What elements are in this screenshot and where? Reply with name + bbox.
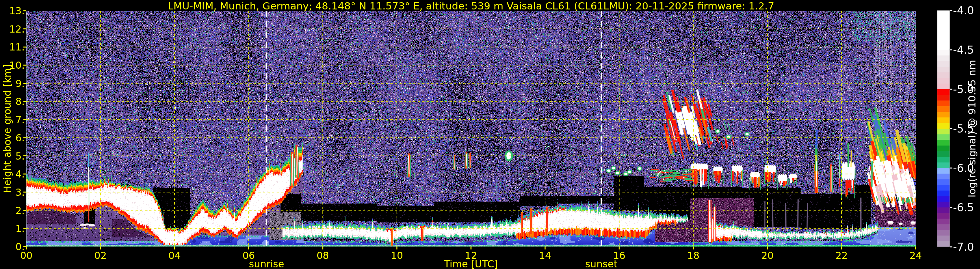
x-tick-10: 10 xyxy=(391,250,403,261)
x-tick-20: 20 xyxy=(761,250,773,261)
x-tick-08: 08 xyxy=(317,250,329,261)
cbar-tick-40: -4.0 xyxy=(953,4,974,17)
x-tick-02: 02 xyxy=(94,250,107,261)
y-tick-2: 2. xyxy=(0,205,25,216)
ceilometer-quicklook: LMU-MIM, Munich, Germany; 48.148° N 11.5… xyxy=(0,0,980,269)
colorbar-label: log(rc-signal) @ 910.55 nm xyxy=(966,60,978,197)
cbar-tick-45: -4.5 xyxy=(953,44,974,56)
x-tick-22: 22 xyxy=(835,250,848,261)
y-tick-13: 13. xyxy=(0,5,25,17)
x-tick-04: 04 xyxy=(169,250,181,261)
page-title: LMU-MIM, Munich, Germany; 48.148° N 11.5… xyxy=(168,0,774,12)
x-axis-label: Time [UTC] xyxy=(444,258,498,269)
sunset-annotation: sunset xyxy=(585,258,617,269)
y-tick-11: 11. xyxy=(0,42,25,53)
x-tick-24: 24 xyxy=(910,250,922,261)
cbar-tick-65: -6.5 xyxy=(953,201,974,214)
x-tick-14: 14 xyxy=(539,250,551,261)
sunrise-annotation: sunrise xyxy=(249,258,284,269)
cbar-tick-70: -7.0 xyxy=(953,241,974,253)
y-tick-12: 12. xyxy=(0,23,25,35)
x-tick-00: 00 xyxy=(20,250,32,261)
y-axis-label: Height above ground [km] xyxy=(2,64,13,193)
x-tick-18: 18 xyxy=(687,250,700,261)
heatmap-canvas xyxy=(0,0,980,269)
y-tick-1: 1. xyxy=(0,223,25,234)
